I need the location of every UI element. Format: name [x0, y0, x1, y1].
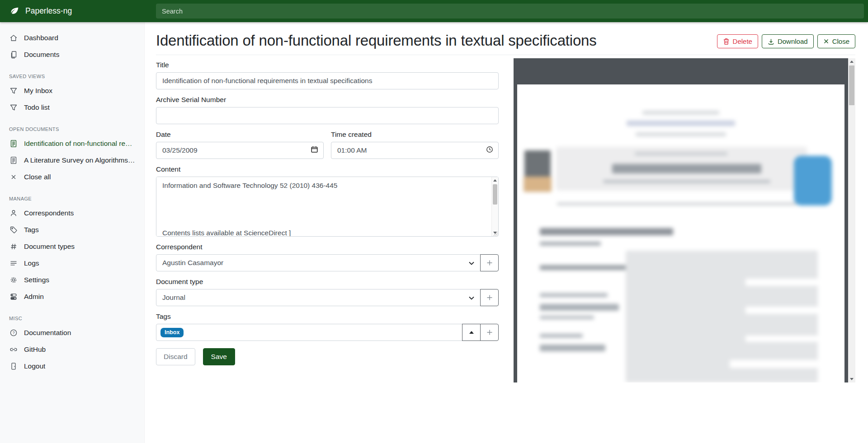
sidebar-item-close-all[interactable]: Close all	[0, 168, 144, 185]
brand[interactable]: Paperless-ng	[0, 0, 145, 22]
sidebar-item-todo-list[interactable]: Todo list	[0, 99, 144, 116]
calendar-icon[interactable]	[311, 146, 318, 155]
section-open-documents: OPEN DOCUMENTS	[9, 126, 135, 132]
document-type-label: Document type	[156, 278, 499, 286]
sidebar: Dashboard Documents SAVED VIEWS My Inbox…	[0, 22, 145, 443]
tags-label: Tags	[156, 312, 499, 321]
document-type-select[interactable]: Journal	[156, 289, 481, 306]
brand-name: Paperless-ng	[25, 6, 72, 16]
person-icon	[9, 209, 18, 218]
hash-icon	[9, 242, 18, 251]
clock-icon[interactable]	[486, 146, 493, 155]
add-correspondent-button[interactable]	[480, 254, 499, 271]
file-text-icon	[9, 156, 18, 165]
scrollbar-thumb[interactable]	[493, 184, 497, 205]
section-misc: MISC	[9, 316, 135, 322]
sidebar-item-documents[interactable]: Documents	[0, 46, 144, 63]
document-preview	[514, 58, 855, 382]
sidebar-item-logout[interactable]: Logout	[0, 358, 144, 374]
close-icon	[9, 173, 18, 182]
tag-inbox[interactable]: Inbox	[160, 328, 184, 337]
sidebar-item-tags[interactable]: Tags	[0, 221, 144, 238]
sidebar-item-my-inbox[interactable]: My Inbox	[0, 82, 144, 99]
textarea-scrollbar[interactable]	[491, 177, 498, 236]
document-edit-form: Title Archive Serial Number Date	[156, 61, 499, 365]
content-label: Content	[156, 165, 499, 173]
add-document-type-button[interactable]	[480, 289, 499, 306]
document-actions: Delete Download Close	[717, 34, 855, 48]
toggles-icon	[9, 292, 18, 301]
sidebar-item-admin[interactable]: Admin	[0, 288, 144, 305]
section-saved-views: SAVED VIEWS	[9, 74, 135, 79]
resize-grip[interactable]	[493, 231, 498, 236]
sidebar-open-doc-1[interactable]: Identification of non-functional require…	[0, 135, 144, 152]
collapse-tags-button[interactable]	[462, 324, 481, 341]
trash-icon	[723, 38, 730, 45]
gear-icon	[9, 275, 18, 284]
add-tag-button[interactable]	[480, 324, 499, 341]
filter-icon	[9, 86, 18, 95]
download-button[interactable]: Download	[762, 34, 814, 48]
close-button[interactable]: Close	[817, 34, 855, 48]
content-textarea[interactable]: Information and Software Technology 52 (…	[156, 177, 499, 237]
caret-up-icon	[469, 331, 474, 334]
asn-label: Archive Serial Number	[156, 96, 499, 104]
documents-icon	[9, 50, 18, 59]
link-icon	[9, 345, 18, 354]
list-lines-icon	[9, 259, 18, 268]
header-divider	[156, 55, 855, 55]
preview-scrollbar[interactable]	[848, 58, 855, 382]
pdf-viewer[interactable]	[514, 58, 848, 382]
main-content: Identification of non-functional require…	[145, 22, 868, 443]
blurred-document-content	[517, 84, 844, 382]
sidebar-item-documentation[interactable]: ? Documentation	[0, 324, 144, 341]
question-circle-icon: ?	[9, 328, 18, 337]
sidebar-item-logs[interactable]: Logs	[0, 255, 144, 271]
pdf-page	[517, 84, 844, 382]
search-input[interactable]	[156, 4, 864, 19]
tag-icon	[9, 225, 18, 234]
sidebar-item-dashboard[interactable]: Dashboard	[0, 29, 144, 46]
discard-button[interactable]: Discard	[156, 348, 195, 365]
title-input[interactable]	[156, 72, 499, 89]
close-icon	[823, 38, 829, 44]
section-manage: MANAGE	[9, 196, 135, 202]
time-label: Time created	[331, 131, 499, 139]
time-input[interactable]	[331, 142, 499, 159]
sidebar-item-github[interactable]: GitHub	[0, 341, 144, 358]
tags-input[interactable]: Inbox	[156, 324, 462, 341]
leaf-icon	[10, 6, 19, 16]
svg-text:?: ?	[12, 331, 14, 335]
door-icon	[9, 362, 18, 371]
date-label: Date	[156, 131, 324, 139]
title-label: Title	[156, 61, 499, 69]
chevron-down-icon	[469, 259, 474, 267]
scroll-up-icon[interactable]	[492, 177, 498, 183]
download-icon	[768, 38, 774, 45]
delete-button[interactable]: Delete	[717, 34, 758, 48]
page-title: Identification of non-functional require…	[156, 32, 597, 49]
file-text-icon	[9, 139, 18, 148]
sidebar-item-settings[interactable]: Settings	[0, 271, 144, 288]
scrollbar-thumb[interactable]	[849, 65, 854, 105]
sidebar-item-document-types[interactable]: Document types	[0, 238, 144, 255]
filter-icon	[9, 103, 18, 112]
scroll-down-icon[interactable]	[848, 376, 855, 382]
date-input[interactable]	[156, 142, 324, 159]
sidebar-open-doc-2[interactable]: A Literature Survey on Algorithms for Mu…	[0, 152, 144, 168]
search-bar	[145, 0, 868, 22]
home-icon	[9, 33, 18, 42]
asn-input[interactable]	[156, 107, 499, 124]
top-navbar: Paperless-ng	[0, 0, 868, 22]
correspondent-label: Correspondent	[156, 243, 499, 251]
sidebar-item-correspondents[interactable]: Correspondents	[0, 205, 144, 221]
correspondent-select[interactable]: Agustin Casamayor	[156, 254, 481, 271]
chevron-down-icon	[469, 294, 474, 302]
scroll-up-icon[interactable]	[848, 59, 855, 65]
save-button[interactable]: Save	[203, 348, 235, 365]
